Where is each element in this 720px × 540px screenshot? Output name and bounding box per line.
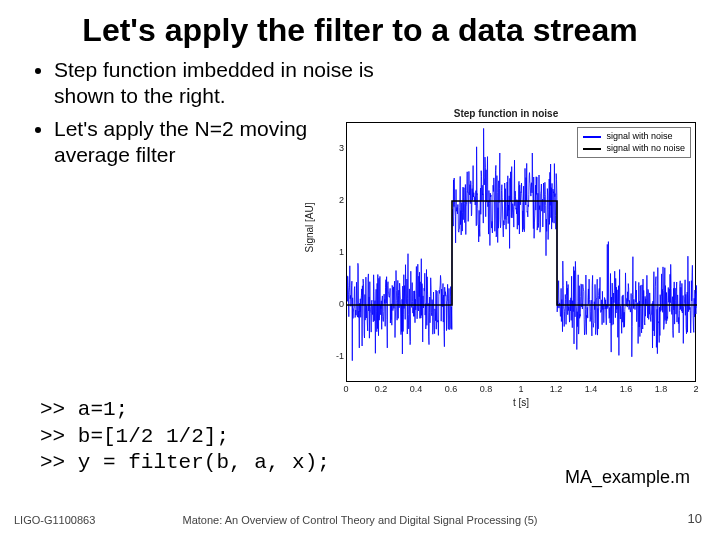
chart-xlabel: t [s] — [346, 397, 696, 408]
footer-citation: Matone: An Overview of Control Theory an… — [182, 514, 537, 526]
chart-yticks: -10123 — [330, 122, 344, 382]
chart-title: Step function in noise — [306, 108, 706, 119]
legend-swatch — [583, 136, 601, 138]
legend-label: signal with noise — [606, 131, 672, 143]
chart-ylabel: Signal [AU] — [304, 202, 315, 252]
chart-plot-area: signal with noise signal with no noise — [346, 122, 696, 382]
chart-xticks: 00.20.40.60.811.21.41.61.82 — [346, 384, 696, 396]
footer-doc-id: LIGO-G1100863 — [14, 514, 95, 526]
slide-title: Let's apply the filter to a data stream — [0, 0, 720, 57]
filename-label: MA_example.m — [565, 467, 690, 488]
code-block: >> a=1; >> b=[1/2 1/2]; >> y = filter(b,… — [40, 397, 330, 476]
legend-entry: signal with noise — [583, 131, 685, 143]
legend-swatch — [583, 148, 601, 150]
legend-entry: signal with no noise — [583, 143, 685, 155]
chart-svg — [347, 123, 697, 383]
page-number: 10 — [688, 511, 702, 526]
chart-step-noise: Step function in noise signal with noise… — [306, 108, 706, 408]
legend-label: signal with no noise — [606, 143, 685, 155]
chart-legend: signal with noise signal with no noise — [577, 127, 691, 158]
bullet-item: Step function imbedded in noise is shown… — [54, 57, 384, 110]
